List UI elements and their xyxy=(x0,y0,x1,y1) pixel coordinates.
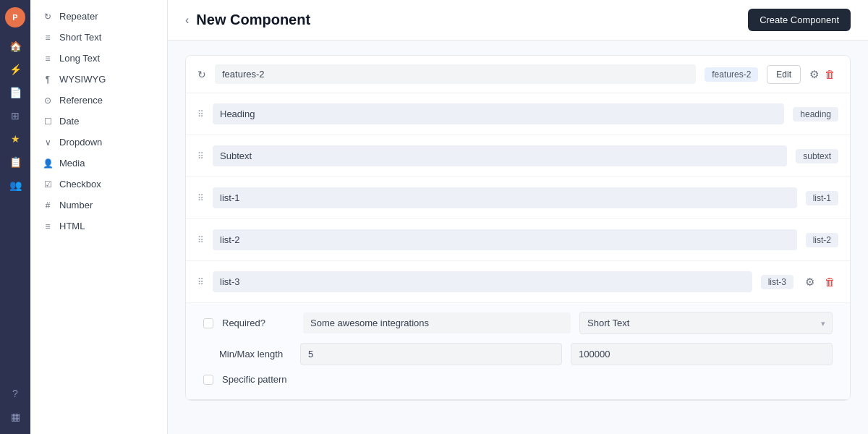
field-list3-gear-button[interactable]: ⚙ xyxy=(802,273,817,292)
component-badge: features-2 xyxy=(705,67,758,82)
minmax-row: Min/Max length xyxy=(203,343,833,365)
field-list3-badge: list-3 xyxy=(761,275,793,289)
field-expanded-body: Required? Short Text ▾ Min/Max length xyxy=(186,302,850,399)
page-title: New Component xyxy=(196,12,310,28)
pattern-checkbox[interactable] xyxy=(203,375,213,385)
sidebar-item-repeater[interactable]: ↻ Repeater xyxy=(30,6,167,27)
content-area: ↻ features-2 Edit ⚙ 🗑 ⠿ heading ⠿ subtex… xyxy=(168,41,868,434)
drag-handle-subtext[interactable]: ⠿ xyxy=(197,151,204,161)
short-text-icon: ≡ xyxy=(42,33,54,43)
min-input[interactable] xyxy=(300,343,562,365)
sidebar-item-reference[interactable]: ⊙ Reference xyxy=(30,90,167,111)
type-select-wrapper: Short Text ▾ xyxy=(579,312,833,334)
number-icon: # xyxy=(42,200,54,210)
refresh-icon[interactable]: ↻ xyxy=(197,69,206,80)
sidebar: ↻ Repeater ≡ Short Text ≡ Long Text ¶ WY… xyxy=(30,0,168,434)
pattern-label: Specific pattern xyxy=(222,374,294,385)
sidebar-item-date-label: Date xyxy=(59,116,79,127)
sidebar-item-html-label: HTML xyxy=(59,221,85,231)
nav-settings-icon[interactable]: ▦ xyxy=(5,407,25,427)
field-heading-badge: heading xyxy=(793,107,838,122)
minmax-label: Min/Max length xyxy=(219,349,292,359)
sidebar-item-checkbox[interactable]: ☑ Checkbox xyxy=(30,174,167,195)
component-trash-button[interactable]: 🗑 xyxy=(822,65,838,83)
sidebar-item-short-text[interactable]: ≡ Short Text xyxy=(30,27,167,48)
component-name-input[interactable] xyxy=(215,64,696,84)
checkbox-icon: ☑ xyxy=(42,179,54,190)
field-list3-actions: ⚙ 🗑 xyxy=(802,273,838,292)
required-checkbox[interactable] xyxy=(203,318,213,328)
edit-button[interactable]: Edit xyxy=(767,65,801,84)
field-list2-input[interactable] xyxy=(213,229,797,250)
drag-handle-list2[interactable]: ⠿ xyxy=(197,235,204,245)
nav-list-icon[interactable]: 📋 xyxy=(5,152,25,172)
placeholder-input[interactable] xyxy=(303,312,571,333)
field-list3-trash-button[interactable]: 🗑 xyxy=(822,273,838,292)
sidebar-item-repeater-label: Repeater xyxy=(59,11,98,22)
sidebar-item-date[interactable]: ☐ Date xyxy=(30,111,167,132)
wysiwyg-icon: ¶ xyxy=(42,75,54,85)
date-icon: ☐ xyxy=(42,116,54,127)
nav-doc-icon[interactable]: 📄 xyxy=(5,82,25,103)
sidebar-item-dropdown[interactable]: ∨ Dropdown xyxy=(30,132,167,153)
header-left: ‹ New Component xyxy=(185,12,310,28)
field-row-list3-header: ⠿ list-3 ⚙ 🗑 xyxy=(186,261,850,302)
field-heading-input[interactable] xyxy=(213,103,784,124)
sidebar-item-media[interactable]: 👤 Media xyxy=(30,153,167,174)
reference-icon: ⊙ xyxy=(42,95,54,106)
sidebar-item-number-label: Number xyxy=(59,200,93,210)
component-card: ↻ features-2 Edit ⚙ 🗑 ⠿ heading ⠿ subtex… xyxy=(185,55,851,401)
drag-handle-heading[interactable]: ⠿ xyxy=(197,109,204,119)
required-row: Required? Short Text ▾ xyxy=(203,312,833,334)
field-list3-input[interactable] xyxy=(213,271,752,292)
left-nav: P 🏠 ⚡ 📄 ⊞ ★ 📋 👥 ? ▦ xyxy=(0,0,30,434)
html-icon: ≡ xyxy=(42,221,54,231)
component-header: ↻ features-2 Edit ⚙ 🗑 xyxy=(186,56,850,93)
sidebar-item-long-text-label: Long Text xyxy=(59,53,100,64)
pattern-row: Specific pattern xyxy=(203,374,833,385)
sidebar-item-reference-label: Reference xyxy=(59,95,103,106)
field-subtext-input[interactable] xyxy=(213,145,787,166)
sidebar-item-dropdown-label: Dropdown xyxy=(59,137,102,148)
main-area: ‹ New Component Create Component ↻ featu… xyxy=(168,0,868,434)
sidebar-item-number[interactable]: # Number xyxy=(30,195,167,216)
sidebar-item-html[interactable]: ≡ HTML xyxy=(30,216,167,237)
page-header: ‹ New Component Create Component xyxy=(168,0,868,41)
media-icon: 👤 xyxy=(42,158,54,169)
avatar[interactable]: P xyxy=(5,7,25,27)
required-label: Required? xyxy=(222,318,294,328)
field-row-heading: ⠿ heading xyxy=(186,93,850,135)
sidebar-item-long-text[interactable]: ≡ Long Text xyxy=(30,48,167,69)
sidebar-item-wysiwyg[interactable]: ¶ WYSIWYG xyxy=(30,69,167,90)
back-button[interactable]: ‹ xyxy=(185,14,189,27)
drag-handle-list1[interactable]: ⠿ xyxy=(197,193,204,203)
nav-help-icon[interactable]: ? xyxy=(5,383,25,404)
component-gear-button[interactable]: ⚙ xyxy=(807,65,822,84)
field-row-list2: ⠿ list-2 xyxy=(186,219,850,261)
field-list1-badge: list-1 xyxy=(806,191,838,205)
nav-lightning-icon[interactable]: ⚡ xyxy=(5,59,25,80)
sidebar-item-short-text-label: Short Text xyxy=(59,32,101,43)
sidebar-item-media-label: Media xyxy=(59,158,85,169)
nav-users-icon[interactable]: 👥 xyxy=(5,175,25,195)
long-text-icon: ≡ xyxy=(42,54,54,64)
create-component-button[interactable]: Create Component xyxy=(748,9,851,31)
max-input[interactable] xyxy=(571,343,833,365)
nav-grid-icon[interactable]: ⊞ xyxy=(5,106,25,126)
nav-star-icon[interactable]: ★ xyxy=(5,129,25,149)
drag-handle-list3[interactable]: ⠿ xyxy=(197,277,204,287)
repeater-icon: ↻ xyxy=(42,12,54,22)
field-row-list3-expanded: ⠿ list-3 ⚙ 🗑 Required? xyxy=(186,261,850,400)
field-row-subtext: ⠿ subtext xyxy=(186,135,850,177)
sidebar-item-wysiwyg-label: WYSIWYG xyxy=(59,74,106,85)
type-select[interactable]: Short Text xyxy=(579,312,833,334)
dropdown-icon: ∨ xyxy=(42,137,54,148)
field-row-list1: ⠿ list-1 xyxy=(186,177,850,219)
field-list2-badge: list-2 xyxy=(806,233,838,247)
field-subtext-badge: subtext xyxy=(796,149,838,163)
field-list1-input[interactable] xyxy=(213,187,797,208)
sidebar-item-checkbox-label: Checkbox xyxy=(59,179,101,190)
nav-home-icon[interactable]: 🏠 xyxy=(5,36,25,56)
